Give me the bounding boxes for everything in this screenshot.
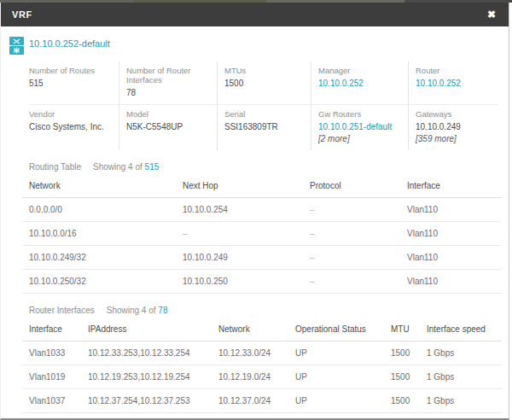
cell-interface: Vlan110: [400, 222, 502, 246]
cell-interface-speed: 1 Gbps: [420, 389, 502, 413]
gateways-more: [359 more]: [416, 134, 492, 143]
cell-next-hop: –: [176, 222, 303, 246]
field-label: Gw Routers: [318, 109, 401, 119]
cell-protocol: –: [303, 270, 400, 294]
cell-interface: Vlan110: [400, 246, 502, 270]
vrf-header: 10.10.0.252-default: [9, 36, 498, 55]
gw-router-link[interactable]: 10.10.0.251-default: [318, 122, 401, 131]
interfaces-total-link[interactable]: 78: [158, 306, 167, 315]
interfaces-showing-label: Showing 4 of 78: [107, 306, 168, 315]
field-router: Router 10.10.0.252: [408, 61, 498, 104]
vrf-modal: VRF ✖ 10.10.0.252-default Number of Rout…: [0, 3, 509, 420]
modal-titlebar: VRF ✖: [1, 3, 509, 26]
field-value: SSI163809TR: [224, 122, 304, 131]
cell-operational-status: UP: [288, 413, 384, 420]
field-vendor: Vendor Cisco Systems, Inc.: [29, 105, 119, 150]
cell-protocol: –: [303, 198, 400, 222]
field-label: Vendor: [29, 109, 112, 119]
col-interface: Interface: [400, 173, 502, 198]
col-next-hop: Next Hop: [176, 173, 303, 198]
summary-row-2: Vendor Cisco Systems, Inc. Model N5K-C55…: [29, 104, 498, 150]
cell-ipaddress: 10.12.37.254,10.12.37.253: [81, 389, 212, 413]
cell-next-hop: 10.10.0.249: [176, 246, 303, 270]
router-interfaces-section-title: Router Interfaces Showing 4 of 78: [29, 306, 498, 315]
routing-table: Network Next Hop Protocol Interface 0.0.…: [22, 173, 502, 294]
cell-network: 10.12.33.0/24: [212, 341, 288, 365]
cell-network: 10.12.37.0/24: [212, 389, 288, 413]
col-network: Network: [22, 173, 176, 198]
cell-interface-speed: 1 Gbps: [420, 341, 502, 365]
interface-row[interactable]: Vlan1033 10.12.33.253,10.12.33.254 10.12…: [22, 341, 502, 365]
cell-interface: Vlan1019: [22, 365, 81, 389]
router-icon: [9, 37, 24, 45]
cell-next-hop: 10.10.0.254: [176, 198, 303, 222]
field-label: Serial: [224, 109, 304, 119]
field-label: Router: [416, 66, 492, 75]
cell-interface: Vlan110: [400, 198, 502, 222]
routing-row[interactable]: 0.0.0.0/0 10.10.0.254 – Vlan110: [22, 198, 502, 222]
field-label: Manager: [318, 66, 401, 75]
interfaces-showing-text: Showing 4 of: [107, 306, 156, 315]
switch-icon: [9, 46, 24, 55]
vrf-name-link[interactable]: 10.10.0.252-default: [29, 36, 110, 55]
cell-next-hop: 10.10.0.250: [176, 270, 303, 294]
field-manager: Manager 10.10.0.252: [311, 61, 408, 104]
routing-row[interactable]: 10.10.0.250/32 10.10.0.250 – Vlan110: [22, 270, 502, 294]
cell-operational-status: UP: [288, 341, 384, 365]
routing-showing-text: Showing 4 of: [93, 162, 143, 172]
field-gateways: Gateways 10.10.0.249 [359 more]: [408, 105, 498, 150]
cell-network: 0.0.0.0/0: [22, 198, 176, 222]
cell-protocol: –: [303, 222, 400, 246]
cell-protocol: –: [303, 246, 400, 270]
field-serial: Serial SSI163809TR: [217, 105, 311, 150]
router-interfaces-title: Router Interfaces: [29, 306, 95, 315]
field-label: MTUs: [224, 66, 304, 75]
cell-network: 10.10.0.0/16: [22, 222, 176, 246]
interface-row[interactable]: Vlan1032 10.12.32.254,10.12.32.253 10.12…: [22, 413, 502, 420]
interfaces-header-row: Interface IPAddress Network Operational …: [22, 317, 502, 341]
close-icon[interactable]: ✖: [486, 8, 497, 21]
routing-header-row: Network Next Hop Protocol Interface: [22, 173, 502, 198]
field-value: 10.10.0.249: [416, 122, 492, 131]
interface-row[interactable]: Vlan1037 10.12.37.254,10.12.37.253 10.12…: [22, 389, 502, 413]
field-mtus: MTUs 1500: [217, 61, 311, 104]
router-switch-icon: [9, 36, 24, 55]
cell-mtu: 1500: [384, 389, 420, 413]
cell-interface-speed: 1 Gbps: [420, 413, 502, 420]
summary-row-1: Number of Routes 515 Number of Router In…: [29, 61, 498, 104]
field-label: Gateways: [416, 109, 492, 119]
interface-row[interactable]: Vlan1019 10.12.19.253,10.12.19.254 10.12…: [22, 365, 502, 389]
routing-row[interactable]: 10.10.0.249/32 10.10.0.249 – Vlan110: [22, 246, 502, 270]
cell-network: 10.10.0.249/32: [22, 246, 176, 270]
col-interface-speed: Interface speed: [420, 317, 502, 341]
cell-ipaddress: 10.12.33.253,10.12.33.254: [81, 341, 212, 365]
cell-interface: Vlan110: [400, 270, 502, 294]
col-mtu: MTU: [384, 317, 420, 341]
gw-routers-more: [2 more]: [318, 134, 401, 143]
cell-interface-speed: 1 Gbps: [420, 365, 502, 389]
col-protocol: Protocol: [303, 173, 400, 198]
cell-network: 10.10.0.250/32: [22, 270, 176, 294]
cell-interface: Vlan1033: [22, 341, 81, 365]
field-value: 78: [126, 88, 210, 97]
manager-link[interactable]: 10.10.0.252: [318, 79, 401, 88]
cell-interface: Vlan1032: [22, 413, 81, 420]
cell-mtu: 1500: [384, 341, 420, 365]
field-model: Model N5K-C5548UP: [119, 105, 217, 150]
field-gw-routers: Gw Routers 10.10.0.251-default [2 more]: [311, 105, 408, 150]
col-interface: Interface: [22, 317, 81, 341]
routing-row[interactable]: 10.10.0.0/16 – – Vlan110: [22, 222, 502, 246]
field-label: Model: [126, 109, 210, 119]
vrf-summary: Number of Routes 515 Number of Router In…: [29, 61, 498, 150]
cell-network: 10.12.32.0/24: [212, 413, 288, 420]
cell-ipaddress: 10.12.32.254,10.12.32.253: [81, 413, 212, 420]
routing-table-title: Routing Table: [29, 162, 81, 172]
cell-network: 10.12.19.0/24: [212, 365, 288, 389]
cell-operational-status: UP: [288, 365, 384, 389]
field-number-of-routes: Number of Routes 515: [29, 61, 119, 104]
routing-total-link[interactable]: 515: [145, 162, 160, 172]
cell-interface: Vlan1037: [22, 389, 81, 413]
field-label: Number of Routes: [29, 66, 112, 75]
router-link[interactable]: 10.10.0.252: [416, 79, 492, 88]
router-interfaces-table: Interface IPAddress Network Operational …: [22, 317, 502, 420]
